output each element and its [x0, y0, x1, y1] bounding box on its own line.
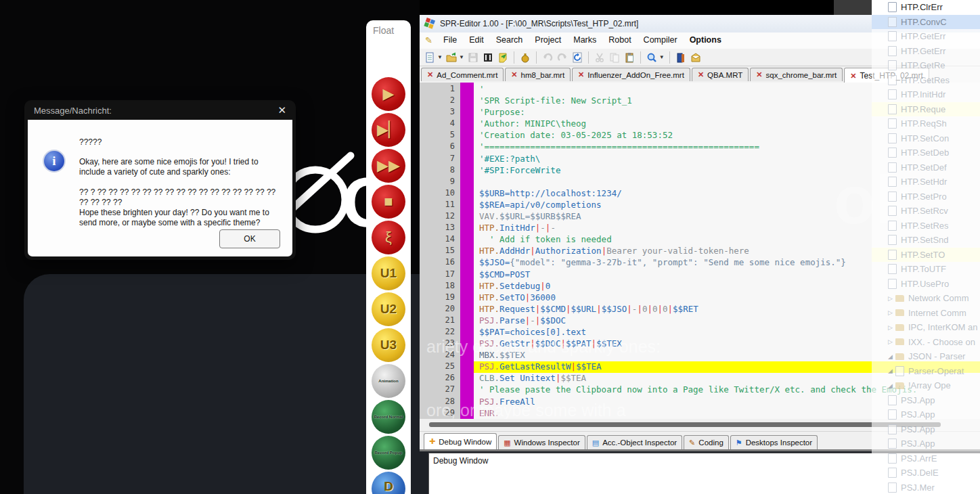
- mail-icon[interactable]: [689, 51, 703, 64]
- tree-item-htp-setdef[interactable]: HTP.SetDef: [872, 160, 980, 175]
- new-file-icon[interactable]: [423, 51, 437, 64]
- search-dropdown-icon[interactable]: ▼: [659, 54, 665, 60]
- run-icon[interactable]: [518, 51, 532, 64]
- tree-item-htp-setdeb[interactable]: HTP.SetDeb: [872, 145, 980, 160]
- tree-item-psj-app[interactable]: PSJ.App: [872, 422, 980, 437]
- tree-item-internet-comm[interactable]: ▷Internet Comm: [872, 306, 980, 321]
- file-tab-QBA.MRT[interactable]: ✕QBA.MRT: [692, 68, 749, 81]
- tree-item-ipc-interkom-an[interactable]: ▷IPC, InterKOM an: [872, 320, 980, 335]
- exit-icon[interactable]: [674, 51, 688, 64]
- tree-item-htp-sethdr[interactable]: HTP.SetHdr: [872, 175, 980, 189]
- close-icon[interactable]: ✕: [277, 104, 286, 116]
- menu-item-search[interactable]: Search: [490, 32, 529, 49]
- inspector-tab-desktops-inspector[interactable]: ⚑Desktops Inspector: [730, 435, 818, 449]
- inspector-tab-debug-window[interactable]: ✚Debug Window: [424, 433, 497, 449]
- record-normal-label: Record Normal: [374, 415, 403, 420]
- menu-item-marks[interactable]: Marks: [567, 32, 602, 49]
- close-tab-icon[interactable]: ✕: [698, 70, 704, 79]
- tree-item-htp-setcon[interactable]: HTP.SetCon: [872, 131, 980, 146]
- fast-forward-button[interactable]: ▶▶: [372, 149, 405, 183]
- step-button[interactable]: ▶▏: [372, 113, 405, 147]
- u3-button[interactable]: U3: [372, 328, 405, 362]
- float-toolbar-window[interactable]: Float ▶▶▏▶▶■ξU1U2U3AnimationRecord Norma…: [366, 20, 411, 494]
- tree-item-htp-geterr[interactable]: HTP.GetErr: [872, 44, 980, 59]
- tree-item-htp-convc[interactable]: HTP.ConvC: [872, 15, 980, 30]
- inspector-tab-acc-object-inspector[interactable]: ▤Acc.-Object Inspector: [587, 435, 682, 449]
- tree-item-htp-setres[interactable]: HTP.SetRes: [872, 219, 980, 233]
- tree-item-htp-setsnd[interactable]: HTP.SetSnd: [872, 233, 980, 248]
- dragon-button[interactable]: ξ: [372, 221, 405, 254]
- menu-item-project[interactable]: Project: [529, 32, 567, 49]
- file-tab-Influenzer_AddOn_Free.mrt[interactable]: ✕Influenzer_AddOn_Free.mrt: [572, 68, 690, 81]
- tree-item-json-parser[interactable]: ◢JSON - Parser: [872, 349, 980, 364]
- open-file-dropdown-icon[interactable]: ▼: [459, 54, 464, 60]
- tree-expander-icon[interactable]: ▷: [888, 309, 893, 316]
- tree-item-htp-setpro[interactable]: HTP.SetPro: [872, 189, 980, 204]
- scrollbar-thumb[interactable]: [429, 422, 941, 427]
- open-file-icon[interactable]: [445, 51, 458, 64]
- tree-item-htp-geterr[interactable]: HTP.GetErr: [872, 29, 980, 44]
- file-tab-Ad_Comment.mrt[interactable]: ✕Ad_Comment.mrt: [421, 68, 504, 81]
- menu-item-robot[interactable]: Robot: [602, 32, 637, 49]
- close-tab-icon[interactable]: ✕: [427, 70, 433, 79]
- tree-item-htp-reqsh[interactable]: HTP.ReqSh: [872, 116, 980, 131]
- close-tab-icon[interactable]: ✕: [511, 70, 517, 79]
- tree-item-parser-operat[interactable]: ◢Parser-Operat: [872, 364, 980, 379]
- line-number: 21: [420, 315, 455, 327]
- tree-expander-icon[interactable]: ▷: [888, 295, 893, 302]
- tree-item-psj-mer[interactable]: PSJ.Mer: [872, 480, 980, 494]
- menu-item-compiler[interactable]: Compiler: [638, 32, 684, 49]
- file-tab-hm8_bar.mrt[interactable]: ✕hm8_bar.mrt: [505, 68, 571, 81]
- inspector-tab-windows-inspector[interactable]: ▦Windows Inspector: [498, 435, 585, 449]
- close-tab-icon[interactable]: ✕: [756, 70, 762, 79]
- tree-item-htp-reque[interactable]: HTP.Reque: [872, 102, 980, 117]
- animation-button[interactable]: Animation: [372, 364, 405, 398]
- tree-expander-icon[interactable]: ▷: [888, 324, 893, 331]
- menu-item-options[interactable]: Options: [684, 32, 728, 49]
- file-tab-sqx_chrome_bar.mrt[interactable]: ✕sqx_chrome_bar.mrt: [750, 68, 843, 81]
- tree-item-htp-setrcv[interactable]: HTP.SetRcv: [872, 204, 980, 219]
- refresh-icon[interactable]: [571, 51, 584, 64]
- tree-item-psj-app[interactable]: PSJ.App: [872, 393, 980, 408]
- close-tab-icon[interactable]: ✕: [578, 70, 584, 79]
- play-button[interactable]: ▶: [372, 77, 405, 111]
- tree-expander-icon[interactable]: ◢: [888, 382, 893, 389]
- tree-item-htp-setto[interactable]: HTP.SetTO: [872, 248, 980, 263]
- tree-expander-icon[interactable]: ◢: [888, 353, 893, 360]
- record-popup-button[interactable]: Record Popup: [372, 436, 405, 470]
- datemanager-button[interactable]: DDateManager: [372, 472, 405, 494]
- new-file-dropdown-icon[interactable]: ▼: [437, 54, 443, 60]
- u1-button[interactable]: U1: [372, 256, 405, 290]
- tree-item-htp-getre[interactable]: HTP.GetRe: [872, 58, 980, 73]
- paste-icon[interactable]: [623, 51, 636, 64]
- tree-item-htp-clrerr[interactable]: HTP.ClrErr: [872, 0, 980, 15]
- tree-item-psj-dele[interactable]: PSJ.DelE: [872, 466, 980, 480]
- tree-item-htp-usepro[interactable]: HTP.UsePro: [872, 277, 980, 292]
- close-tab-icon[interactable]: ✕: [850, 72, 856, 81]
- search-icon[interactable]: [645, 51, 659, 64]
- menu-item-file[interactable]: File: [437, 32, 463, 49]
- line-number: 7: [420, 154, 455, 165]
- tree-item-ixx-choose-on[interactable]: ▷IXX. - Choose on: [872, 335, 980, 350]
- folder-icon: [895, 324, 904, 331]
- tree-expander-icon[interactable]: ◢: [888, 367, 893, 374]
- tree-expander-icon[interactable]: ▷: [888, 338, 893, 345]
- ok-button[interactable]: OK: [219, 229, 280, 248]
- tree-item-htp-toutf[interactable]: HTP.ToUTF: [872, 262, 980, 277]
- tree-item-psj-app[interactable]: PSJ.App: [872, 407, 980, 422]
- tree-item--array-ope[interactable]: ◢!Array Ope: [872, 378, 980, 393]
- tree-item-psj-app[interactable]: PSJ.App: [872, 436, 980, 451]
- tree-item-htp-inithdr[interactable]: HTP.InitHdr: [872, 87, 980, 102]
- tree-item-label: HTP.UsePro: [901, 279, 949, 289]
- save-all-icon[interactable]: [481, 51, 495, 64]
- tree-item-network-comm[interactable]: ▷Network Comm: [872, 291, 980, 306]
- menu-item-edit[interactable]: Edit: [463, 32, 490, 49]
- record-normal-button[interactable]: Record Normal: [372, 400, 405, 434]
- u2-button[interactable]: U2: [372, 292, 405, 326]
- tree-item-htp-getres[interactable]: HTP.GetRes: [872, 73, 980, 88]
- breakpoint-margin[interactable]: [460, 83, 474, 419]
- tree-item-psj-arre[interactable]: PSJ.ArrE: [872, 451, 980, 466]
- stop-button[interactable]: ■: [372, 185, 405, 219]
- export-note-icon[interactable]: [496, 51, 510, 64]
- inspector-tab-coding[interactable]: ✎Coding: [684, 435, 729, 449]
